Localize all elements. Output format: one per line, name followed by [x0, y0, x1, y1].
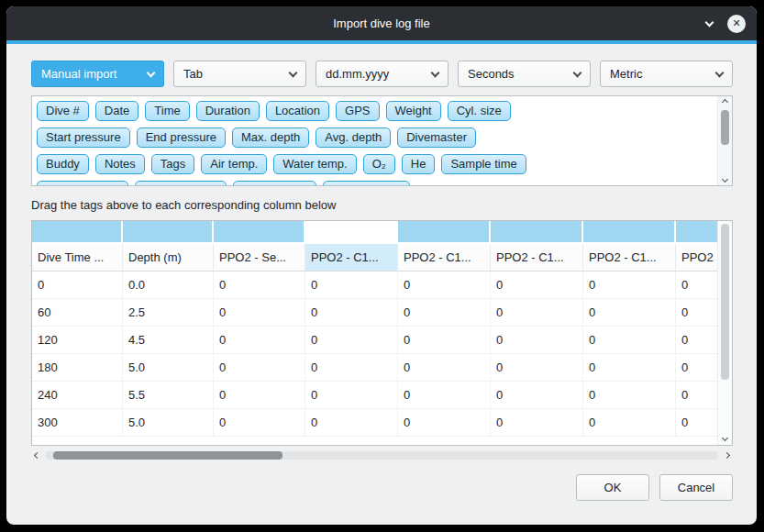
tag-he[interactable]: He	[402, 154, 436, 174]
tag-avg-depth[interactable]: Avg. depth	[316, 127, 391, 148]
field-separator-select[interactable]: Tab	[173, 61, 306, 87]
table-cell: 0	[305, 409, 398, 437]
scroll-down-icon[interactable]	[722, 176, 728, 183]
scroll-right-icon[interactable]	[724, 452, 730, 459]
chevron-down-icon[interactable]	[705, 17, 714, 27]
import-mode-select[interactable]: Manual import	[31, 61, 164, 87]
tag-duration[interactable]: Duration	[196, 101, 260, 121]
tag-date[interactable]: Date	[95, 101, 138, 121]
window-title: Import dive log file	[333, 17, 430, 30]
table-body: 00.0000000602.50000001204.50000001805.00…	[32, 272, 732, 437]
scroll-up-icon[interactable]	[722, 99, 728, 105]
column-drop-target[interactable]	[491, 221, 583, 244]
tag-sample-temp[interactable]: Sample temp.	[135, 181, 227, 186]
table-row: 00.0000000	[32, 272, 732, 299]
vertical-scrollbar[interactable]	[717, 221, 732, 445]
hscroll-track[interactable]	[46, 451, 718, 460]
column-drop-target[interactable]	[583, 221, 676, 244]
tag-time[interactable]: Time	[145, 101, 189, 121]
column-header-ppo2-c1[interactable]: PPO2 - C1...	[305, 244, 398, 272]
tag-sample-cns[interactable]: Sample CNS	[323, 181, 410, 186]
tag-location[interactable]: Location	[266, 101, 329, 121]
horizontal-scrollbar[interactable]	[31, 449, 733, 462]
tag-max-depth[interactable]: Max. depth	[232, 127, 309, 148]
import-dialog-window: Import dive log file ✕ Manual import Tab…	[6, 6, 758, 526]
tag-area-scrollbar[interactable]	[717, 96, 732, 185]
table-cell: 0	[583, 272, 676, 299]
table-cell: 0	[583, 354, 676, 382]
tag-divemaster[interactable]: Divemaster	[397, 127, 476, 148]
table-cell: 0	[305, 327, 398, 354]
hscroll-thumb[interactable]	[53, 451, 282, 460]
duration-format-select[interactable]: Seconds	[458, 61, 591, 87]
column-drop-target[interactable]	[305, 221, 398, 244]
tag-end-pressure[interactable]: End pressure	[137, 127, 226, 148]
column-drop-target[interactable]	[214, 221, 305, 244]
table-row: 1204.5000000	[32, 327, 732, 354]
table-cell: 0	[214, 382, 305, 409]
column-header-ppo2-c1[interactable]: PPO2 - C1...	[398, 244, 491, 272]
column-drop-target[interactable]	[398, 221, 491, 244]
table-row: 3005.0000000	[32, 409, 732, 437]
tag-notes[interactable]: Notes	[95, 154, 145, 174]
tag-dive[interactable]: Dive #	[37, 101, 89, 121]
column-header-dive-time[interactable]: Dive Time ...	[32, 244, 123, 272]
table-cell: 0	[583, 299, 676, 327]
table-row: 2405.5000000	[32, 382, 732, 409]
scroll-down-icon[interactable]	[722, 435, 728, 441]
scrollbar-thumb[interactable]	[721, 110, 729, 145]
ok-button[interactable]: OK	[576, 474, 649, 501]
table-cell: 0.0	[123, 272, 214, 299]
units-select[interactable]: Metric	[600, 61, 733, 87]
column-drop-target[interactable]	[32, 221, 123, 244]
tag-sample-po[interactable]: Sample pO₂	[233, 181, 316, 186]
column-header-ppo2-c1[interactable]: PPO2 - C1...	[491, 244, 583, 272]
scroll-left-icon[interactable]	[34, 452, 40, 459]
date-format-select[interactable]: dd.mm.yyyy	[316, 61, 448, 87]
table-cell: 0	[491, 272, 583, 299]
table-cell: 0	[305, 354, 398, 382]
tag-row: BuddyNotesTagsAir temp.Water temp.O₂HeSa…	[37, 154, 712, 174]
table-cell: 0	[398, 409, 491, 437]
table-cell: 60	[32, 299, 123, 327]
table-cell: 0	[398, 354, 491, 382]
table-cell: 0	[305, 272, 398, 299]
table-cell: 0	[491, 299, 583, 327]
table-cell: 0	[214, 272, 305, 299]
tag-gps[interactable]: GPS	[336, 101, 379, 121]
table-cell: 0	[398, 299, 491, 327]
chevron-down-icon	[289, 68, 298, 77]
cancel-button[interactable]: Cancel	[659, 474, 733, 501]
titlebar[interactable]: Import dive log file ✕	[6, 6, 757, 40]
tag-o[interactable]: O₂	[363, 154, 395, 174]
tag-water-temp[interactable]: Water temp.	[273, 154, 356, 174]
tag-area: Dive #DateTimeDurationLocationGPSWeightC…	[31, 95, 733, 186]
drop-target-row	[32, 221, 732, 244]
tag-weight[interactable]: Weight	[386, 101, 441, 121]
tag-start-pressure[interactable]: Start pressure	[37, 127, 130, 148]
tag-air-temp[interactable]: Air temp.	[201, 154, 267, 174]
tag-list: Dive #DateTimeDurationLocationGPSWeightC…	[37, 101, 712, 186]
dialog-buttons: OK Cancel	[31, 474, 733, 501]
column-header-depth-m[interactable]: Depth (m)	[123, 244, 214, 272]
tag-tags[interactable]: Tags	[151, 154, 194, 174]
tag-sample-time[interactable]: Sample time	[441, 154, 526, 174]
table-row: 1805.0000000	[32, 354, 732, 382]
column-header-ppo2-se[interactable]: PPO2 - Se...	[214, 244, 305, 272]
chevron-down-icon	[147, 68, 156, 77]
tag-sample-depth[interactable]: Sample depth	[37, 181, 128, 186]
dialog-content: Manual import Tab dd.mm.yyyy Seconds Met…	[6, 44, 757, 501]
close-icon[interactable]: ✕	[727, 15, 746, 33]
table-cell: 0	[583, 382, 676, 409]
table-cell: 0	[491, 382, 583, 409]
table-cell: 5.0	[123, 354, 214, 382]
tag-buddy[interactable]: Buddy	[37, 154, 89, 174]
import-mode-value: Manual import	[41, 67, 148, 81]
column-header-ppo2-c1[interactable]: PPO2 - C1...	[583, 244, 676, 272]
table-cell: 5.5	[123, 382, 214, 409]
table-cell: 0	[398, 327, 491, 354]
tag-cyl-size[interactable]: Cyl. size	[448, 101, 511, 121]
scrollbar-thumb[interactable]	[721, 224, 729, 380]
table-cell: 0	[214, 299, 305, 327]
column-drop-target[interactable]	[123, 221, 214, 244]
